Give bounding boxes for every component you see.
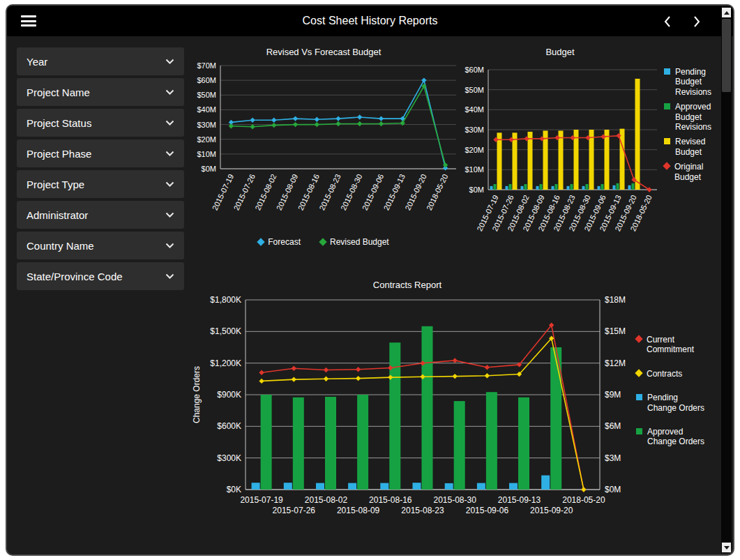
svg-text:2015-08-16: 2015-08-16 (369, 495, 412, 505)
legend-label: Contracts (647, 369, 682, 379)
chevron-down-icon (165, 59, 174, 64)
legend-label: Revised Budget (675, 137, 717, 157)
chart-title: Contracts Report (184, 279, 630, 293)
svg-text:$30M: $30M (197, 121, 216, 129)
chart-canvas-contracts-report: $0K$300K$600K$900K$1,200K$1,500K$1,800K$… (184, 293, 630, 519)
svg-text:$1,800K: $1,800K (210, 295, 241, 305)
titlebar: Cost Sheet History Reports (7, 6, 733, 36)
filter-project-phase[interactable]: Project Phase (17, 139, 184, 167)
legend-label: Forecast (268, 237, 301, 247)
prev-button[interactable] (662, 14, 673, 29)
svg-text:2015-08-09: 2015-08-09 (337, 506, 380, 515)
chevron-down-icon (165, 151, 174, 156)
filter-year[interactable]: Year (17, 47, 184, 75)
filter-state-province-code[interactable]: State/Province Code (17, 262, 184, 290)
square-swatch-icon (664, 138, 670, 144)
chart-canvas-budget: $0M$10M$20M$30M$40M$50M$60M2015-07-19201… (459, 60, 661, 266)
diamond-swatch-icon (319, 238, 326, 245)
svg-text:$0M: $0M (469, 186, 484, 194)
svg-text:$40M: $40M (465, 105, 484, 114)
legend-item-original-budget[interactable]: Original Budget (664, 162, 717, 182)
filter-country-name[interactable]: Country Name (17, 232, 184, 259)
svg-text:2015-08-23: 2015-08-23 (317, 173, 342, 212)
legend-label: Approved Change Orders (647, 427, 706, 447)
legend-label: Revised Budget (330, 237, 389, 247)
svg-text:$0M: $0M (605, 485, 621, 494)
legend-item-current-commitment[interactable]: Current Commitment (636, 335, 709, 355)
page-title: Cost Sheet History Reports (7, 6, 733, 36)
diamond-swatch-icon (635, 335, 642, 342)
filter-label: Country Name (27, 240, 94, 252)
svg-text:$12M: $12M (605, 358, 626, 368)
legend-label: Current Commitment (647, 335, 705, 355)
diamond-swatch-icon (257, 238, 265, 245)
square-swatch-icon (636, 394, 642, 400)
svg-text:2015-09-06: 2015-09-06 (361, 173, 385, 212)
filter-administrator[interactable]: Administrator (17, 201, 184, 229)
sidebar: Year Project Name Project Status Project… (17, 47, 184, 293)
filter-label: State/Province Code (27, 271, 123, 282)
svg-text:2015-09-13: 2015-09-13 (498, 495, 541, 505)
chart-legend: Pending Budget RevisionsApproved Budget … (661, 46, 717, 187)
chevron-down-icon (165, 243, 174, 248)
svg-text:$3M: $3M (605, 453, 621, 463)
chevron-down-icon (165, 212, 174, 218)
scroll-up-button[interactable] (722, 8, 731, 17)
legend-item-revised-budget[interactable]: Revised Budget (320, 237, 389, 247)
legend-item-pending-change-orders[interactable]: Pending Change Orders (636, 393, 709, 413)
filter-project-name[interactable]: Project Name (17, 78, 184, 106)
svg-text:$20M: $20M (465, 146, 484, 154)
svg-text:$50M: $50M (197, 91, 216, 99)
legend-item-revised-budget[interactable]: Revised Budget (664, 137, 717, 157)
next-button[interactable] (691, 14, 702, 29)
svg-text:$1,200K: $1,200K (210, 358, 241, 368)
arrow-up-icon (724, 11, 730, 15)
scroll-thumb[interactable] (722, 19, 731, 92)
chart-canvas-revised-vs-forecast: $0M$10M$20M$30M$40M$50M$60M$70M2015-07-1… (184, 60, 462, 236)
svg-text:2015-08-16: 2015-08-16 (296, 173, 321, 212)
scroll-down-button[interactable] (722, 543, 731, 552)
legend-item-pending-budget-revisions[interactable]: Pending Budget Revisions (664, 67, 717, 97)
filter-label: Project Type (27, 179, 84, 190)
svg-text:Change Orders: Change Orders (192, 366, 202, 423)
filter-project-type[interactable]: Project Type (17, 170, 184, 198)
svg-text:$600K: $600K (217, 421, 241, 431)
chevron-left-icon (663, 15, 672, 28)
svg-text:2015-08-30: 2015-08-30 (434, 495, 477, 505)
svg-text:2015-09-20: 2015-09-20 (403, 173, 428, 212)
svg-text:$10M: $10M (465, 165, 484, 174)
header-nav (662, 14, 702, 29)
svg-text:$900K: $900K (217, 390, 241, 400)
svg-text:$60M: $60M (465, 66, 484, 74)
svg-text:2015-09-20: 2015-09-20 (530, 506, 573, 515)
filter-label: Project Name (27, 86, 90, 98)
filter-label: Administrator (27, 209, 88, 221)
chart-revised-vs-forecast: Revised Vs Forecast Budget $0M$10M$20M$3… (184, 46, 463, 247)
legend-item-approved-budget-revisions[interactable]: Approved Budget Revisions (664, 102, 717, 132)
svg-text:$18M: $18M (605, 295, 626, 305)
svg-text:$300K: $300K (217, 453, 241, 463)
filter-label: Project Status (27, 117, 91, 129)
svg-text:$1,500K: $1,500K (210, 326, 241, 336)
legend-item-approved-change-orders[interactable]: Approved Change Orders (636, 427, 709, 447)
svg-text:$10M: $10M (197, 150, 216, 158)
svg-text:$60M: $60M (197, 76, 216, 84)
legend-item-contracts[interactable]: Contracts (636, 369, 709, 379)
arrow-down-icon (724, 546, 730, 550)
svg-text:$70M: $70M (197, 61, 216, 70)
legend-item-forecast[interactable]: Forecast (258, 237, 301, 247)
svg-text:2015-08-02: 2015-08-02 (305, 495, 348, 505)
legend-label: Approved Budget Revisions (675, 102, 717, 132)
svg-text:$50M: $50M (465, 86, 484, 94)
svg-text:2015-09-06: 2015-09-06 (466, 506, 509, 515)
app-window: Cost Sheet History Reports Year Project … (6, 4, 734, 556)
diamond-swatch-icon (663, 162, 670, 169)
scrollbar[interactable] (721, 7, 732, 553)
svg-text:$0M: $0M (202, 165, 216, 173)
chart-budget: Budget $0M$10M$20M$30M$40M$50M$60M2015-0… (459, 46, 717, 266)
chart-contracts-report: Contracts Report $0K$300K$600K$900K$1,20… (184, 279, 709, 519)
svg-text:2018-05-20: 2018-05-20 (425, 173, 449, 212)
filter-project-status[interactable]: Project Status (17, 109, 184, 137)
svg-text:$15M: $15M (605, 326, 626, 336)
chart-legend: ForecastRevised Budget (184, 237, 463, 247)
